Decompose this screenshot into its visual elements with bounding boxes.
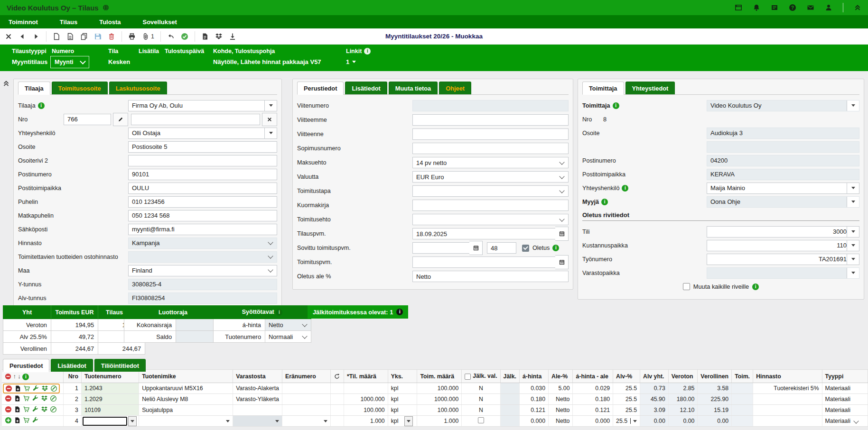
linkit-dropdown[interactable]: 1 [346,58,356,65]
cell-alv[interactable]: 25.5 [613,405,640,416]
tili-select[interactable]: 3000 [707,226,859,238]
cell-eranumero[interactable] [282,383,330,394]
cell-tuotenimike[interactable]: Suojatulppa [139,405,233,416]
oletus-checkbox[interactable] [522,245,529,252]
cell-til-maara[interactable]: 100.000 [344,405,388,416]
tab-rivit-perustiedot[interactable]: Perustiedot [3,359,49,372]
valuutta-select[interactable]: EUR Euro [412,171,569,183]
cell-varastosta[interactable] [233,405,282,416]
close-icon[interactable] [5,33,12,40]
toimittaja-yhteyshenkilo-select[interactable]: Maija Mainio [707,183,859,194]
cell-ale[interactable]: 5.00 [549,383,573,394]
user-icon[interactable] [825,4,832,11]
col-yks[interactable]: Yks. [388,370,417,383]
cell-varastosta[interactable]: Varasto-Alakerta [233,383,282,394]
cell-tuotenimike[interactable]: Uppokantaruuvi M5X16 [139,383,233,394]
col-a-hinta[interactable]: á-hinta [519,370,548,383]
calendar-icon[interactable] [555,255,569,269]
cell-tyyppi-select[interactable]: Materiaali [822,416,868,427]
cell-toim-maara[interactable]: 1000.000 [417,394,462,405]
cell-tyyppi[interactable]: Materiaali [822,405,868,416]
cell-tuotenumero[interactable]: 10109 [81,405,139,416]
undo-icon[interactable] [167,33,175,40]
cell-tuotenumero[interactable]: 1.2043 [81,383,139,394]
tab-ohjeet[interactable]: Ohjeet [439,82,471,94]
col-verollinen[interactable]: Verollinen [698,370,732,383]
duplicate-row-icon[interactable] [14,385,21,392]
postitoimipaikka-input[interactable] [128,183,277,194]
new-document-icon[interactable] [53,33,60,40]
col-tyyppi[interactable]: Tyyppi [822,370,868,383]
cell-varastosta[interactable]: Varasto-Yläkerta [233,394,282,405]
bell-icon[interactable] [753,4,760,11]
customer-search-field[interactable] [131,114,260,125]
kustannuspaikka-select[interactable]: 110 [707,240,859,251]
row-settings-icon[interactable] [32,395,39,402]
tab-yhteystiedot[interactable]: Yhteystiedot [625,82,675,94]
info-icon[interactable]: i [364,48,371,55]
customer-number-input[interactable] [64,114,111,125]
cell-yks[interactable]: kpl [388,405,417,416]
cell-a-hinta-ale[interactable]: 0.121 [573,405,613,416]
tab-tilaaja[interactable]: Tilaaja [18,82,50,95]
muuta-kaikille-checkbox[interactable] [683,283,690,290]
col-alv[interactable]: Alv-% [613,370,640,383]
delete-row-icon[interactable] [5,406,12,413]
toimitustapa-select[interactable] [412,185,569,197]
yhteyshenkilo-select[interactable]: Olli Ostaja [128,128,277,139]
tab-laskutusosoite[interactable]: Laskutusosoite [109,82,167,94]
calendar-icon[interactable] [469,241,483,255]
cell-eranumero[interactable] [282,405,330,416]
cell-alv-select[interactable]: 25.5 [613,416,640,427]
col-hinnasto[interactable]: Hinnasto [753,370,822,383]
cell-a-hinta[interactable]: 0.000 [519,416,548,427]
info-icon[interactable]: i [601,199,608,205]
ostohinnasto-select[interactable] [128,251,277,263]
viitteemme-input[interactable] [412,114,569,126]
cell-a-hinta-ale[interactable]: 0.180 [573,394,613,405]
cell-hinnasto[interactable] [753,394,822,405]
tilaaja-select[interactable]: Firma Oy Ab, Oulu [128,100,277,111]
col-til-maara[interactable]: *Til. määrä [344,370,388,383]
save-icon[interactable] [94,33,102,40]
varastopaikka-select[interactable] [707,267,859,279]
product-cart-icon[interactable] [23,395,30,402]
info-icon[interactable]: i [276,309,282,316]
sovittu-toimituspvm-input[interactable] [412,242,469,254]
unlink-row-icon[interactable] [50,395,57,402]
help-icon[interactable] [789,4,796,11]
product-cart-icon[interactable] [23,385,30,392]
info-icon[interactable]: i [552,245,559,251]
tuotenumero-mode-select[interactable]: Normaali [265,331,311,342]
integration-icon[interactable] [215,33,223,40]
cell-toim-maara[interactable]: 100.000 [417,405,462,416]
cell-eranumero[interactable] [282,394,330,405]
move-row-up-icon[interactable]: ↑ [13,373,16,380]
toimittaja-select[interactable]: Video Koulutus Oy [707,100,859,111]
postinumero-input[interactable] [128,169,277,180]
col-alv-yht[interactable]: Alv yht. [640,370,669,383]
cell-yks[interactable]: kpl [388,383,417,394]
osoite-input[interactable] [128,141,277,153]
duplicate-row-icon[interactable] [14,417,21,424]
tyonumero-select[interactable]: TA201691 [707,254,859,265]
refresh-icon[interactable] [334,373,340,380]
col-eranumero[interactable]: Eränumero [282,370,330,383]
osoiterivi2-input[interactable] [128,155,277,166]
menu-tilaus[interactable]: Tilaus [60,18,77,26]
col-toim[interactable]: Toim. [732,370,753,383]
tuotenumero-dropdown-button[interactable] [128,416,137,426]
hinnasto-select[interactable]: Kampanja [128,238,277,249]
maksuehto-select[interactable]: 14 pv netto [412,157,569,168]
cell-til-maara[interactable] [344,383,388,394]
collapse-up-icon[interactable] [854,4,861,11]
cell-eranumero[interactable] [282,416,330,427]
delete-all-rows-icon[interactable] [5,373,11,380]
info-icon[interactable]: i [613,102,619,109]
delete-row-icon[interactable] [5,395,12,402]
toimitusehto-select[interactable] [412,214,569,225]
cell-toim-maara[interactable]: 100.000 [417,383,462,394]
col-toim-maara[interactable]: Toim. määrä [417,370,462,383]
cell-tuotenimike[interactable]: Neliö Aluslevy M8 [139,394,233,405]
approve-icon[interactable] [181,33,188,40]
